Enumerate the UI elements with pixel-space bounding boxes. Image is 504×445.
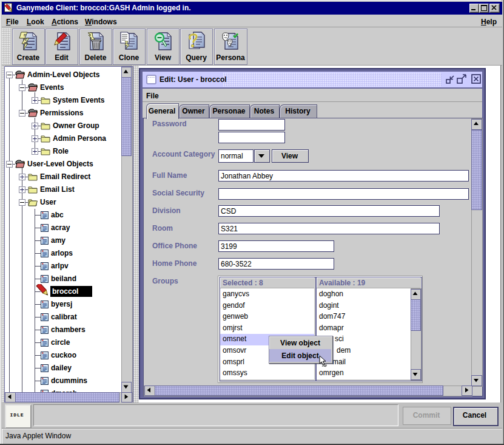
svg-text:w: w	[24, 41, 28, 45]
